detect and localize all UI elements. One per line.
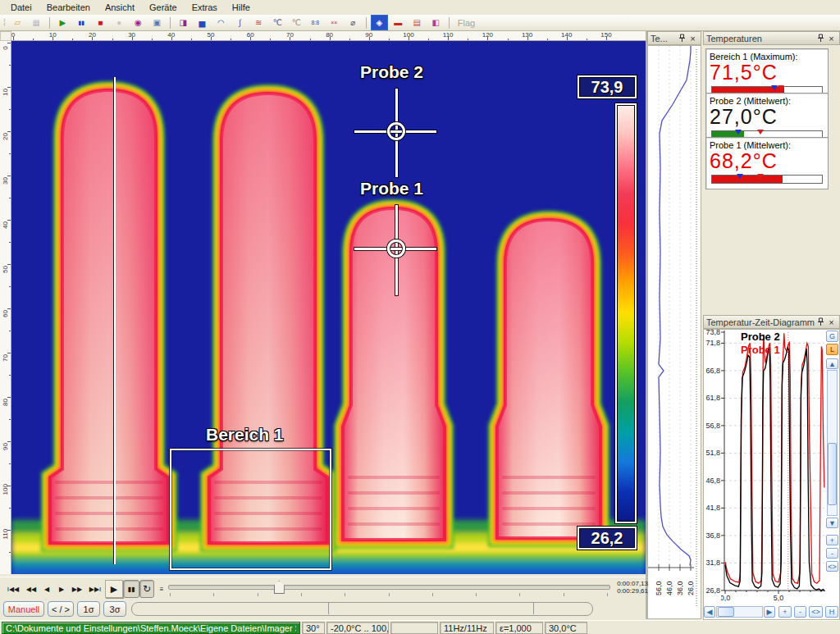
skip-end-icon[interactable]: ▶▶I (85, 580, 105, 598)
close-icon[interactable]: × (687, 34, 698, 43)
close-icon[interactable]: × (826, 317, 837, 327)
chart-zoom-in-y-button[interactable]: + (826, 535, 838, 545)
snapshot-icon[interactable]: ◉ (130, 15, 147, 30)
chart-global-scale-button[interactable]: G (826, 331, 838, 342)
chart-hscroll-thumb[interactable] (718, 607, 734, 617)
bereich1-rectangle[interactable] (170, 449, 331, 570)
scale-min-value[interactable]: 26,2 (578, 527, 637, 550)
palette-icon[interactable]: ▬ (390, 15, 407, 30)
chart-zoom-out-y-button[interactable]: - (826, 548, 838, 559)
scale-range-widget[interactable] (131, 602, 593, 616)
marker-blue (771, 85, 778, 90)
measurement-label: Probe 2 (Mittelwert): (706, 94, 828, 106)
timeline-slider[interactable] (168, 585, 610, 590)
delete-measure-icon[interactable]: ×× (326, 15, 343, 30)
save-icon: ▦ (28, 15, 45, 30)
temps-panel-title: Temperaturen (706, 34, 762, 43)
chart-scroll-down-button[interactable]: ▼ (826, 518, 838, 528)
pin-icon[interactable] (815, 317, 826, 327)
step-back-icon[interactable]: ◀ (39, 580, 54, 598)
fast-rewind-icon[interactable]: ◀◀ (23, 580, 39, 598)
chart-vscroll-thumb[interactable] (828, 443, 837, 505)
chart-zoom-out-x-button[interactable]: - (794, 606, 806, 618)
chart-scroll-right-button[interactable]: ▶ (764, 606, 775, 618)
thermal-display-icon[interactable]: ◨ (175, 15, 192, 30)
play-button[interactable]: ▶ (105, 580, 123, 598)
chart-zoom-in-x-button[interactable]: + (778, 606, 792, 618)
profile-chart-icon[interactable]: ◠ (212, 15, 230, 30)
profile-scroll-strip[interactable] (696, 49, 697, 607)
save-data-icon[interactable]: ▤ (409, 15, 426, 30)
chart-scroll-up-button[interactable]: ▲ (826, 358, 838, 369)
fullscreen-icon[interactable]: ◈ (371, 15, 388, 30)
step-forward-icon[interactable]: ▶ (54, 580, 69, 598)
pin-icon[interactable] (677, 34, 687, 43)
playback-bar: 0:00:07,13 0:00:29,61 I◀◀◀◀◀▶▶▶▶▶I▶▮▮↻≡ (0, 577, 646, 601)
histogram-icon[interactable]: ▅ (194, 15, 211, 30)
pause-button[interactable]: ▮▮ (123, 580, 139, 598)
pin-icon[interactable] (815, 34, 826, 43)
chart-vertical-scrollbar[interactable] (827, 370, 838, 516)
sigma1-button[interactable]: 1σ (77, 601, 100, 617)
stop-icon[interactable]: ■ (92, 15, 109, 30)
framerate-field: 11Hz/11Hz (440, 622, 494, 634)
chart-fit-x-button[interactable]: <> (809, 606, 823, 618)
measure-line[interactable] (113, 77, 116, 564)
profile-axis-tick: 46,0 (665, 574, 673, 595)
angle-field: 30° (302, 622, 325, 634)
chart-scroll-left-button[interactable]: ◀ (704, 606, 715, 618)
record-icon: ● (111, 15, 128, 30)
chart-fit-y-button[interactable]: <> (826, 561, 838, 572)
menu-extras[interactable]: Extras (185, 1, 225, 14)
menu-hilfe[interactable]: Hilfe (225, 1, 258, 14)
chart-legend-probe1: Probe 1 (741, 344, 780, 356)
menu-datei[interactable]: Datei (3, 1, 39, 14)
measurement-range-bar[interactable] (711, 175, 823, 184)
sigma3-button[interactable]: 3σ (103, 601, 126, 617)
signal-chart-icon[interactable]: ∫ (231, 15, 249, 30)
chart-horizontal-scrollbar[interactable] (716, 606, 763, 618)
mixer-icon[interactable]: ◧ (427, 15, 445, 30)
fast-forward-icon[interactable]: ▶▶ (69, 580, 85, 598)
vertical-ruler: 0102030405060708090100110 (0, 41, 11, 574)
chart-local-scale-button[interactable]: L (826, 344, 838, 355)
timeline-thumb[interactable] (274, 581, 285, 594)
menu-geräte[interactable]: Geräte (142, 1, 185, 14)
thermal-image-view[interactable]: Bereich 1 Probe 2 Probe 1 73,9 26,2 (11, 41, 646, 574)
measurement-label: Probe 1 (Mittelwert): (706, 139, 828, 150)
temp-cursor-icon[interactable]: ℃ (288, 15, 305, 30)
menu-ansicht[interactable]: Ansicht (98, 1, 142, 14)
close-icon[interactable]: × (826, 34, 837, 43)
measurement-value: 71,5°C (706, 62, 828, 83)
temp-time-chart: 0,05,0 (721, 329, 826, 603)
pause-icon[interactable]: ▮▮ (73, 15, 90, 30)
menu-bearbeiten[interactable]: Bearbeiten (39, 1, 98, 14)
preform-1 (50, 90, 168, 543)
open-icon[interactable]: ▱ (9, 15, 26, 30)
auto-range-button[interactable]: < / > (48, 601, 74, 617)
chart-panel-title: Temperatur-Zeit-Diagramm (706, 317, 815, 327)
marker-blue (737, 174, 743, 179)
multi-chart-icon[interactable]: ≋ (250, 15, 267, 30)
chart-y-tick: 71,8 (703, 339, 720, 347)
copy-icon[interactable]: ▣ (148, 15, 166, 30)
loop-button[interactable]: ↻ (139, 580, 154, 598)
chart-hold-button[interactable]: H (825, 606, 838, 618)
probe1-label[interactable]: Probe 1 (360, 179, 423, 198)
bereich1-label[interactable]: Bereich 1 (206, 425, 284, 445)
play-icon[interactable]: ▶ (54, 15, 71, 30)
axis-config-icon[interactable]: ⌀ (345, 15, 362, 30)
manual-scale-button[interactable]: Manuell (3, 601, 44, 617)
svg-text:5,0: 5,0 (774, 594, 784, 602)
temp-display-icon[interactable]: ℃ (269, 15, 286, 30)
probe2-label[interactable]: Probe 2 (360, 62, 423, 82)
scale-max-value[interactable]: 73,9 (578, 75, 637, 98)
flag-button: Flag (458, 18, 475, 28)
measurement-value: 27,0°C (706, 106, 828, 127)
file-path: C:\Dokumente und Einstellungen\Steffen.M… (6, 623, 296, 633)
digital-display-icon[interactable]: 8:8 (307, 15, 324, 30)
cut-icon[interactable]: ≡ (154, 580, 169, 598)
chart-y-tick: 41,8 (703, 504, 720, 512)
skip-start-icon[interactable]: I◀◀ (3, 580, 23, 598)
marker-blue (735, 130, 742, 135)
